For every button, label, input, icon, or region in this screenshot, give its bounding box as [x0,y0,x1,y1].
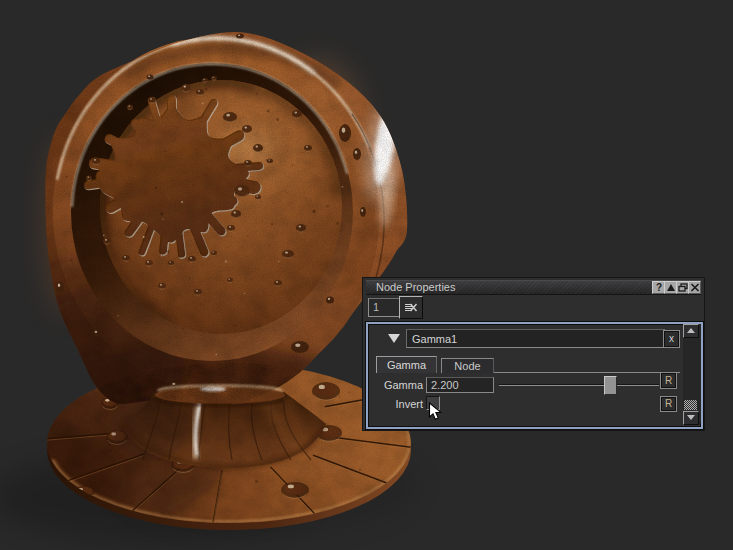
svg-text:?: ? [655,282,661,293]
